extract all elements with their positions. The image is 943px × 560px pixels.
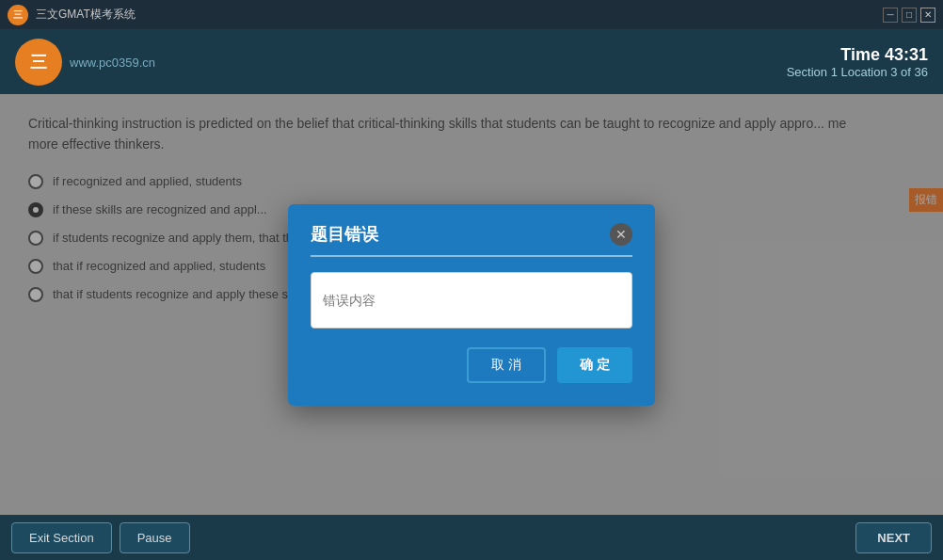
section-location: Section 1 Location 3 of 36 xyxy=(787,65,928,79)
header-logo-area: 三 www.pc0359.cn xyxy=(15,39,155,86)
dialog-divider xyxy=(311,255,632,257)
window-controls: ─ □ ✕ xyxy=(883,8,935,23)
timer-display: Time 43:31 xyxy=(787,45,928,65)
dialog-title-row: 题目错误 ✕ xyxy=(311,223,632,246)
confirm-button[interactable]: 确 定 xyxy=(557,347,632,383)
minimize-button[interactable]: ─ xyxy=(883,8,898,23)
watermark-text: www.pc0359.cn xyxy=(70,56,155,70)
footer: Exit Section Pause NEXT xyxy=(0,515,943,560)
header: 三 www.pc0359.cn Time 43:31 Section 1 Loc… xyxy=(0,30,943,94)
modal-overlay: 题目错误 ✕ 取 消 确 定 xyxy=(0,94,943,515)
exit-section-button[interactable]: Exit Section xyxy=(11,522,112,553)
error-dialog: 题目错误 ✕ 取 消 确 定 xyxy=(288,204,655,406)
dialog-title: 题目错误 xyxy=(311,223,378,246)
title-bar-left: 三 三文GMAT模考系统 xyxy=(8,5,136,25)
footer-left-buttons: Exit Section Pause xyxy=(11,522,190,553)
close-button[interactable]: ✕ xyxy=(920,8,935,23)
pause-button[interactable]: Pause xyxy=(120,522,190,553)
error-content-input[interactable] xyxy=(311,272,632,328)
dialog-close-button[interactable]: ✕ xyxy=(610,223,632,246)
next-button[interactable]: NEXT xyxy=(855,522,932,553)
app-logo-icon: 三 xyxy=(8,5,28,25)
header-logo-icon: 三 xyxy=(15,39,62,86)
maximize-button[interactable]: □ xyxy=(902,8,917,23)
dialog-buttons: 取 消 确 定 xyxy=(311,347,632,383)
header-info: Time 43:31 Section 1 Location 3 of 36 xyxy=(787,45,928,79)
app-title: 三文GMAT模考系统 xyxy=(36,7,136,23)
title-bar: 三 三文GMAT模考系统 ─ □ ✕ xyxy=(0,0,943,30)
main-content: 报错 Critical-thinking instruction is pred… xyxy=(0,94,943,515)
cancel-button[interactable]: 取 消 xyxy=(467,347,546,383)
